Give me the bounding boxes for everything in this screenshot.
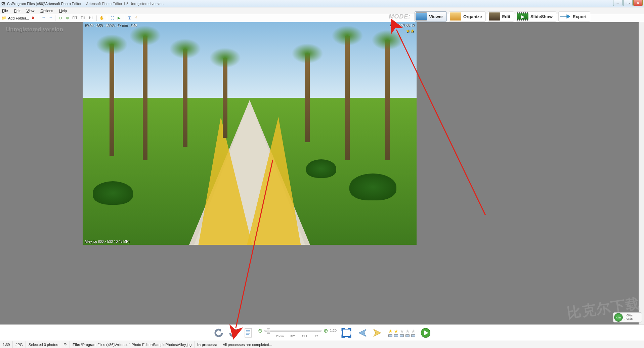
photo-rating-overlay: ★★ <box>406 28 415 34</box>
status-process: In process: <box>195 341 220 348</box>
rating-1-button[interactable]: ★ <box>388 328 393 337</box>
title-path: C:\Program Files (x86)\Artensoft Photo E… <box>7 2 81 6</box>
photo-exif-overlay: f/9.99 - 1/50 - 100% - 17 mm - 3/50 <box>85 24 137 27</box>
svg-rect-0 <box>245 328 252 337</box>
separator <box>38 15 38 21</box>
status-format: JPG <box>13 341 26 348</box>
play-icon[interactable]: ▶ <box>116 15 122 21</box>
status-process-msg: All processes are completed... <box>220 341 644 348</box>
mode-organize-label: Organize <box>463 14 482 19</box>
mode-export-label: Export <box>573 14 587 19</box>
menu-file[interactable]: File <box>2 9 8 13</box>
zoom-11-label[interactable]: 1:1 <box>314 335 319 338</box>
rotate-right-button[interactable] <box>228 328 239 338</box>
add-folder-icon[interactable]: 📁 <box>1 15 7 21</box>
zoom-out-small-icon[interactable]: ⊖ <box>258 327 262 334</box>
status-file: File: \Program Files (x86)\Artensoft Pho… <box>70 341 195 348</box>
add-folder-button[interactable]: Add Folder... <box>8 16 29 20</box>
maximize-button[interactable]: ▭ <box>623 0 633 6</box>
next-button[interactable] <box>372 328 384 338</box>
edit-icon <box>489 12 500 21</box>
menu-view[interactable]: View <box>27 9 35 13</box>
separator <box>55 15 55 21</box>
network-down: ↓ 0K/s <box>624 317 633 321</box>
fullscreen-big-button[interactable] <box>341 328 351 338</box>
vertical-scrollbar[interactable] <box>639 22 644 324</box>
status-selected: Selected 0 photos <box>26 341 61 348</box>
title-app: Artensoft Photo Editor 1.5 Unregistered … <box>86 2 164 6</box>
help-icon[interactable]: ？ <box>133 15 139 21</box>
zoom-slider-thumb[interactable] <box>267 328 270 334</box>
zoom-ratio-label: 1:20 <box>330 329 336 333</box>
toolbar: 📁 Add Folder... ✖ ↶ ↷ ⊖ ⊕ FIT Fill 1:1 ✋… <box>0 14 644 22</box>
network-widget[interactable]: 47% ↑ 0K/s ↓ 0K/s <box>613 312 642 322</box>
status-bar: 1\39 JPG Selected 0 photos ⟳ File: \Prog… <box>0 341 644 348</box>
mode-edit-label: Edit <box>502 14 511 19</box>
viewer-area: Unregistered version f/9.99 - 1/50 - 100… <box>0 22 639 324</box>
zoom-out-icon[interactable]: ⊖ <box>58 15 63 21</box>
zoom-fill-button[interactable]: Fill <box>80 15 86 21</box>
status-count: 1\39 <box>0 341 13 348</box>
mode-label: MODE: <box>389 13 411 20</box>
mode-export-button[interactable]: Export <box>558 11 590 22</box>
rating-5-button[interactable]: ★ <box>411 328 416 337</box>
redo-icon[interactable]: ↷ <box>47 15 53 21</box>
viewer-icon <box>416 12 427 21</box>
play-big-button[interactable] <box>420 328 430 338</box>
rating-4-button[interactable]: ★ <box>405 328 410 337</box>
rating-buttons: ★ ★ ★ ★ ★ <box>388 328 416 337</box>
slideshow-icon: ▶ <box>517 12 528 21</box>
organize-icon <box>450 12 461 21</box>
status-spinner-icon: ⟳ <box>61 341 70 348</box>
delete-icon[interactable]: ✖ <box>30 15 36 21</box>
undo-icon[interactable]: ↶ <box>41 15 46 21</box>
mode-slideshow-button[interactable]: ▶ SlideShow <box>516 11 556 22</box>
zoom-slider[interactable] <box>264 330 321 332</box>
zoom-fill-label[interactable]: FILL <box>302 335 308 338</box>
zoom-fit-label[interactable]: FIT <box>290 335 295 338</box>
mode-viewer-label: Viewer <box>429 14 443 19</box>
rating-3-button[interactable]: ★ <box>400 328 404 337</box>
rotate-left-button[interactable] <box>214 328 224 338</box>
zoom-in-icon[interactable]: ⊕ <box>65 15 70 21</box>
photo-date-overlay: 0:00 2007-08-12 <box>390 24 415 27</box>
title-bar: 🖼 C:\Program Files (x86)\Artensoft Photo… <box>0 0 644 7</box>
export-icon <box>559 12 571 21</box>
bottom-controls: ⊖ ⊕ 1:20 Zoom FIT FILL 1:1 ★ ★ ★ ★ ★ <box>0 324 644 341</box>
unregistered-watermark: Unregistered version <box>6 26 63 33</box>
hand-icon[interactable]: ✋ <box>99 15 104 21</box>
zoom-in-small-icon[interactable]: ⊕ <box>324 327 328 334</box>
zoom-fit-button[interactable]: FIT <box>71 15 78 21</box>
fullscreen-icon[interactable]: ⛶ <box>110 15 115 21</box>
prev-button[interactable] <box>356 328 368 338</box>
zoom-slider-group: ⊖ ⊕ 1:20 <box>258 327 336 334</box>
mode-switcher: MODE: Viewer Organize Edit ▶ SlideShow E… <box>389 11 590 22</box>
svg-rect-5 <box>343 329 350 337</box>
photo-canvas[interactable]: f/9.99 - 1/50 - 100% - 17 mm - 3/50 0:00… <box>83 22 417 245</box>
network-percent: 47% <box>614 313 623 322</box>
mode-organize-button[interactable]: Organize <box>449 11 486 22</box>
separator <box>124 15 124 21</box>
separator <box>107 15 107 21</box>
menu-options[interactable]: Options <box>40 9 53 13</box>
menu-help[interactable]: Help <box>59 9 67 13</box>
mode-viewer-button[interactable]: Viewer <box>415 11 447 22</box>
zoom-11-button[interactable]: 1:1 <box>87 15 94 21</box>
menu-edit[interactable]: Edit <box>14 9 20 13</box>
mode-slideshow-label: SlideShow <box>530 14 553 19</box>
separator <box>96 15 97 21</box>
zoom-label: Zoom <box>276 335 284 338</box>
app-icon: 🖼 <box>1 2 5 6</box>
info-icon[interactable]: ⓘ <box>127 15 132 21</box>
mode-edit-button[interactable]: Edit <box>488 11 514 22</box>
rating-2-button[interactable]: ★ <box>394 328 398 337</box>
close-button[interactable]: ✕ <box>633 0 643 6</box>
minimize-button[interactable]: ─ <box>613 0 622 6</box>
document-button[interactable] <box>243 328 253 338</box>
photo-info-overlay: Alley.jpg 800 x 533 ( 0.43 MP) <box>85 240 129 243</box>
